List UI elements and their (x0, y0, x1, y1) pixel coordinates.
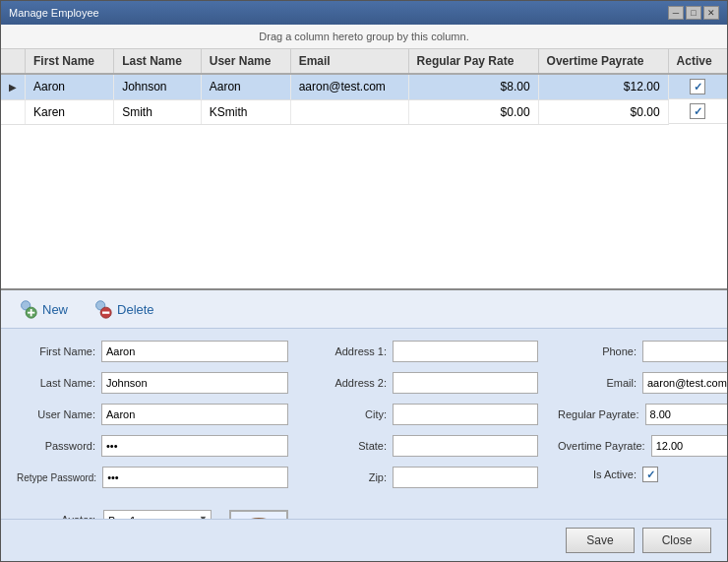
avatar-image (229, 510, 288, 519)
retype-password-label: Retype Password: (17, 472, 96, 483)
zip-label: Zip: (308, 471, 387, 483)
save-button[interactable]: Save (566, 528, 635, 553)
avatar-select-wrapper: Boy 1 Boy 2 Girl 1 Girl 2 ▼ (103, 510, 212, 519)
password-row: Password: (17, 435, 288, 457)
cell-regularpay: $0.00 (408, 99, 538, 124)
form-col-3: Phone: Email: Regular Payrate: ▲ (558, 341, 727, 519)
cell-active (669, 75, 727, 99)
employee-table: First Name Last Name User Name Email Reg… (1, 49, 727, 125)
last-name-input[interactable] (101, 372, 288, 394)
password-input[interactable] (101, 435, 288, 457)
cell-firstname: Aaron (26, 74, 114, 99)
row-indicator (1, 99, 26, 124)
window-title: Manage Employee (9, 7, 99, 19)
avatar-section: Avatar: Boy 1 Boy 2 Girl 1 Girl 2 ▼ (17, 510, 288, 519)
col-indicator (1, 49, 26, 74)
avatar-svg (234, 512, 283, 519)
drag-hint: Drag a column hereto group by this colum… (1, 25, 727, 49)
employee-form-section: New Delete First Name: (1, 290, 727, 561)
is-active-checkbox[interactable] (642, 467, 658, 482)
last-name-row: Last Name: (17, 372, 288, 394)
col-first-name[interactable]: First Name (26, 49, 114, 74)
cell-overtimepay: $12.00 (538, 74, 668, 99)
new-label: New (42, 302, 68, 317)
window-controls: ─ □ ✕ (668, 6, 719, 20)
cell-overtimepay: $0.00 (538, 99, 668, 124)
new-button[interactable]: New (13, 296, 72, 322)
city-label: City: (308, 408, 387, 420)
address1-row: Address 1: (308, 341, 538, 362)
user-name-row: User Name: (17, 404, 288, 425)
email-input[interactable] (642, 372, 727, 394)
table-body: ▶AaronJohnsonAaronaaron@test.com$8.00$12… (1, 74, 727, 124)
col-overtime-pay[interactable]: Overtime Payrate (538, 49, 668, 74)
last-name-label: Last Name: (17, 377, 95, 389)
avatar-dropdown-wrapper: Boy 1 Boy 2 Girl 1 Girl 2 ▼ (103, 510, 288, 519)
avatar-select[interactable]: Boy 1 Boy 2 Girl 1 Girl 2 (103, 510, 212, 519)
active-checkbox[interactable] (690, 103, 705, 119)
form-toolbar: New Delete (1, 290, 727, 329)
user-name-label: User Name: (17, 408, 95, 420)
address1-label: Address 1: (308, 345, 387, 357)
row-indicator: ▶ (1, 74, 26, 99)
address2-label: Address 2: (308, 377, 387, 389)
is-active-row: Is Active: (558, 467, 727, 482)
cell-email: aaron@test.com (290, 74, 408, 99)
phone-row: Phone: (558, 341, 727, 362)
overtime-payrate-input[interactable] (651, 435, 727, 457)
close-button-form[interactable]: Close (642, 528, 711, 553)
address1-input[interactable] (393, 341, 538, 362)
table-row[interactable]: KarenSmithKSmith$0.00$0.00 (1, 99, 727, 124)
avatar-label: Avatar: (17, 510, 95, 519)
cell-lastname: Smith (114, 99, 202, 124)
retype-password-input[interactable] (102, 467, 288, 488)
cell-username: KSmith (201, 99, 290, 124)
address2-input[interactable] (393, 372, 538, 394)
col-regular-pay[interactable]: Regular Pay Rate (408, 49, 538, 74)
phone-label: Phone: (558, 345, 637, 357)
cell-active (669, 99, 727, 124)
cell-username: Aaron (201, 74, 290, 99)
form-grid: First Name: Last Name: User Name: Passwo… (17, 341, 711, 519)
user-name-input[interactable] (101, 404, 288, 425)
is-active-label: Is Active: (558, 468, 637, 480)
bottom-buttons: Save Close (1, 519, 727, 561)
form-col-2: Address 1: Address 2: City: State: (308, 341, 538, 519)
city-input[interactable] (393, 404, 538, 425)
regular-payrate-row: Regular Payrate: ▲ ▼ (558, 404, 727, 425)
state-input[interactable] (393, 435, 538, 457)
regular-payrate-label: Regular Payrate: (558, 408, 639, 420)
col-email[interactable]: Email (290, 49, 408, 74)
delete-icon (91, 298, 113, 320)
retype-password-row: Retype Password: (17, 467, 288, 488)
close-button[interactable]: ✕ (703, 6, 719, 20)
active-checkbox[interactable] (690, 79, 705, 94)
minimize-button[interactable]: ─ (668, 6, 684, 20)
new-icon (17, 298, 38, 320)
cell-regularpay: $8.00 (408, 74, 538, 99)
col-last-name[interactable]: Last Name (114, 49, 202, 74)
regular-payrate-spinner: ▲ ▼ (645, 404, 727, 425)
delete-button[interactable]: Delete (88, 296, 158, 322)
cell-lastname: Johnson (114, 74, 202, 99)
first-name-input[interactable] (101, 341, 288, 362)
zip-row: Zip: (308, 467, 538, 488)
employee-table-section: Drag a column hereto group by this colum… (1, 25, 727, 290)
zip-input[interactable] (393, 467, 538, 488)
table-container[interactable]: First Name Last Name User Name Email Reg… (1, 49, 727, 288)
col-active[interactable]: Active (668, 49, 727, 74)
table-row[interactable]: ▶AaronJohnsonAaronaaron@test.com$8.00$12… (1, 74, 727, 99)
state-label: State: (308, 440, 387, 452)
form-fields: First Name: Last Name: User Name: Passwo… (1, 329, 727, 519)
address2-row: Address 2: (308, 372, 538, 394)
restore-button[interactable]: □ (686, 6, 701, 20)
manage-employee-window: Manage Employee ─ □ ✕ Drag a column here… (0, 0, 728, 562)
phone-input[interactable] (642, 341, 727, 362)
title-bar: Manage Employee ─ □ ✕ (1, 1, 727, 25)
table-header-row: First Name Last Name User Name Email Reg… (1, 49, 727, 74)
regular-payrate-input[interactable] (645, 404, 727, 425)
email-row: Email: (558, 372, 727, 394)
cell-firstname: Karen (26, 99, 114, 124)
cell-email (290, 99, 408, 124)
col-user-name[interactable]: User Name (201, 49, 290, 74)
